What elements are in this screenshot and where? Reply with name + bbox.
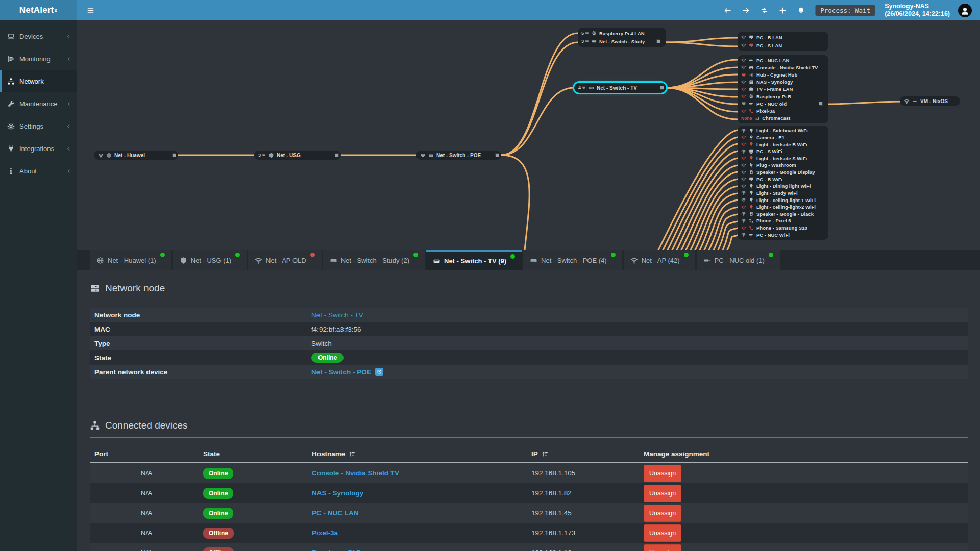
device-row[interactable]: Light - ceiling-light-1 WiFi (741, 196, 825, 204)
tab-net-switch-tv[interactable]: Net - Switch - TV (9) (426, 250, 522, 270)
wifi-icon (741, 58, 746, 63)
device-row[interactable]: Light - Sideboard WiFi (741, 127, 825, 134)
external-link-icon[interactable] (375, 368, 383, 376)
unassign-button[interactable]: Unassign (644, 485, 681, 502)
device-row[interactable]: Pixel-3a (741, 108, 825, 115)
unassign-button[interactable]: Unassign (644, 524, 681, 542)
device-row[interactable]: Light - bedside S WiFi (741, 155, 825, 162)
app-logo[interactable]: NetAlertx (0, 0, 77, 20)
tab-net-ap-old[interactable]: Net - AP OLD (248, 250, 322, 270)
hostname-link[interactable]: Raspberry Pi B (312, 549, 361, 551)
node-net-usg[interactable]: 3 Net - USG (254, 151, 341, 160)
ethernet-icon (741, 101, 746, 106)
header-actions (724, 7, 805, 14)
column-header-port[interactable]: Port (90, 450, 203, 458)
wifi-icon (741, 142, 746, 147)
node-raspberry-pi4-lan[interactable]: 5 Raspberry Pi 4 LAN (581, 29, 663, 37)
device-row[interactable]: Console - Nvidia Shield TV (741, 64, 825, 71)
device-row[interactable]: PC - NUC WiFi (741, 231, 825, 238)
chevron-left-icon (66, 102, 71, 106)
sort-icon[interactable] (349, 450, 355, 457)
unassign-button[interactable]: Unassign (644, 544, 681, 551)
sidebar-item-integrations[interactable]: Integrations (0, 137, 77, 160)
node-net-switch-poe[interactable]: Net - Switch - POE (416, 151, 501, 160)
device-row[interactable]: Hub - Cygnet Hub (741, 71, 825, 78)
tab-content-panel: Network node Network node Net - Switch -… (77, 270, 980, 551)
device-row[interactable]: Phone - Samsung S10 (741, 224, 825, 232)
tab-pc-nuc-old[interactable]: PC - NUC old (1) (697, 250, 780, 270)
device-row[interactable]: Light - bedside B WiFi (741, 141, 825, 148)
node-net-switch-study[interactable]: 3 Net - Switch - Study (581, 37, 663, 45)
device-row[interactable]: TV - Frame LAN (741, 86, 825, 93)
wifi-icon (904, 98, 910, 104)
hostname-link[interactable]: NAS - Synology (312, 489, 363, 497)
column-header-manage: Manage assignment (644, 450, 968, 458)
sidebar-toggle-button[interactable] (82, 0, 99, 20)
hostname-link[interactable]: PC - NUC LAN (312, 509, 359, 517)
device-row[interactable]: Light - Study WiFi (741, 190, 825, 197)
wifi-icon (741, 226, 746, 231)
device-row[interactable]: PC - B LAN (741, 33, 825, 41)
process-status-badge[interactable]: Process: Wait (815, 5, 875, 16)
column-header-state[interactable]: State (203, 450, 312, 458)
device-row[interactable]: PC - NUC LAN (741, 57, 825, 64)
node-net-huawei[interactable]: Net - Huawei (94, 151, 178, 160)
device-row[interactable]: Speaker - Google Display (741, 169, 825, 176)
refresh-icon[interactable] (761, 7, 768, 14)
device-row[interactable]: Camera - E1 (741, 134, 825, 141)
hostname-link[interactable]: Pixel-3a (312, 529, 338, 537)
sort-icon[interactable] (542, 450, 548, 457)
sidebar-item-maintenance[interactable]: Maintenance (0, 92, 77, 115)
tab-net-huawei[interactable]: Net - Huawei (1) (90, 250, 172, 270)
sidebar-item-about[interactable]: About (0, 160, 77, 182)
device-row[interactable]: NAS - Synology (741, 79, 825, 86)
device-row[interactable]: PC - NUC old (741, 100, 825, 107)
network-topology-canvas[interactable]: Net - Huawei 3 Net - USG Net - Switch - … (77, 20, 980, 250)
tab-net-ap[interactable]: Net - AP (42) (624, 250, 695, 270)
user-avatar[interactable] (958, 4, 972, 17)
sidebar-nav: Devices Monitoring Network Maintenance S… (0, 20, 77, 551)
ip-value: 192.168.1.82 (531, 489, 644, 497)
sidebar-item-monitoring[interactable]: Monitoring (0, 47, 77, 70)
device-row[interactable]: Phone - Pixel 6 (741, 217, 825, 224)
device-row[interactable]: PC - S LAN (741, 41, 825, 49)
node-vm-nixos[interactable]: VM - NixOS (900, 96, 960, 106)
device-row[interactable]: Speaker - Google - Black (741, 211, 825, 218)
ethernet-icon (585, 39, 589, 43)
device-row[interactable]: PC - S WiFi (741, 148, 825, 155)
lightbulb-icon (749, 156, 754, 161)
table-row: N/A Offline Pixel-3a 192.168.1.173 Unass… (90, 523, 968, 543)
wifi-icon (741, 190, 746, 195)
forward-arrow-icon[interactable] (742, 7, 750, 14)
column-header-hostname[interactable]: Hostname (312, 450, 531, 458)
move-pan-icon[interactable] (779, 7, 787, 14)
node-net-switch-tv-selected[interactable]: 4 Net - Switch - TV (574, 83, 666, 93)
phone-icon (749, 218, 754, 223)
sidebar-item-settings[interactable]: Settings (0, 115, 77, 137)
monitor-icon (749, 149, 754, 154)
notifications-bell-icon[interactable] (797, 7, 805, 14)
device-row[interactable]: NoneChromecast (741, 115, 825, 122)
sidebar-item-network[interactable]: Network (0, 70, 77, 92)
state-badge-online: Online (311, 353, 344, 363)
unassign-button[interactable]: Unassign (644, 465, 681, 482)
parent-node-link[interactable]: Net - Switch - POE (311, 368, 372, 376)
back-arrow-icon[interactable] (724, 7, 731, 14)
unassign-button[interactable]: Unassign (644, 505, 681, 522)
usb-icon (749, 58, 754, 63)
sidebar-item-devices[interactable]: Devices (0, 25, 77, 47)
field-row: Network node Net - Switch - TV (90, 308, 968, 322)
device-row[interactable]: PC - B WiFi (741, 176, 825, 183)
device-row[interactable]: Raspberry Pi B (741, 93, 825, 100)
device-row[interactable]: Light - Dining light WiFi (741, 183, 825, 190)
node-name-link[interactable]: Net - Switch - TV (311, 311, 363, 319)
column-header-ip[interactable]: IP (531, 450, 644, 458)
tab-net-usg[interactable]: Net - USG (1) (173, 250, 247, 270)
main-content: Net - Huawei 3 Net - USG Net - Switch - … (77, 20, 980, 551)
device-row[interactable]: Plug - Washroom (741, 162, 825, 169)
tab-net-switch-study[interactable]: Net - Switch - Study (2) (323, 250, 425, 270)
server-name: Synology-NAS (885, 3, 950, 10)
tab-net-switch-poe[interactable]: Net - Switch - POE (4) (523, 250, 622, 270)
device-row[interactable]: Light - ceiling-light-2 WiFi (741, 204, 825, 211)
hostname-link[interactable]: Console - Nvidia Shield TV (312, 469, 399, 477)
